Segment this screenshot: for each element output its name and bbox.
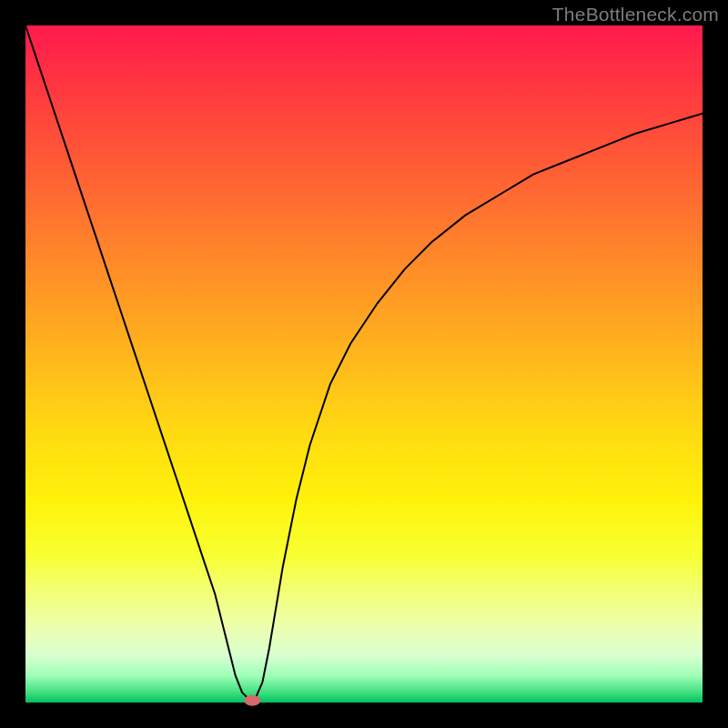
watermark-text: TheBottleneck.com — [552, 4, 719, 25]
curve-line — [25, 25, 703, 701]
bottleneck-curve — [25, 25, 703, 703]
outer-frame: TheBottleneck.com — [0, 0, 728, 728]
minimum-marker — [244, 695, 260, 706]
gradient-plot-area — [25, 25, 703, 703]
